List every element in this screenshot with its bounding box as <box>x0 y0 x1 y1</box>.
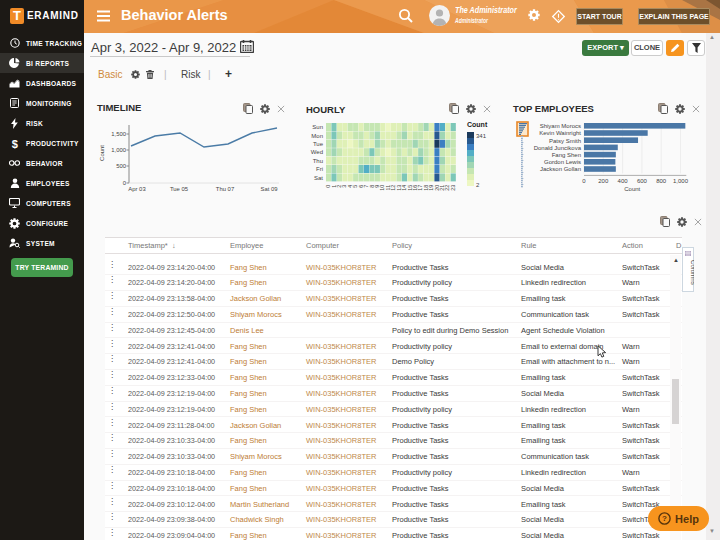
svg-text:400: 400 <box>618 178 629 184</box>
svg-text:?: ? <box>662 514 667 523</box>
svg-text:1,000: 1,000 <box>111 147 126 153</box>
svg-text:Sun: Sun <box>312 124 323 130</box>
svg-text:$: $ <box>11 138 17 149</box>
svg-text:Thu: Thu <box>313 158 323 164</box>
svg-text:2: 2 <box>476 182 480 188</box>
svg-text:Gordon Lewis: Gordon Lewis <box>544 159 581 165</box>
svg-text:Fri: Fri <box>316 166 323 172</box>
svg-text:Apr 03: Apr 03 <box>128 186 146 192</box>
svg-text:Kevin Wainright: Kevin Wainright <box>539 130 581 136</box>
svg-text:Sat: Sat <box>314 175 323 181</box>
svg-text:Sat 09: Sat 09 <box>260 186 277 192</box>
svg-text:23: 23 <box>450 185 456 191</box>
svg-text:600: 600 <box>637 178 648 184</box>
svg-text:1,500: 1,500 <box>111 131 126 137</box>
svg-text:Tue: Tue <box>313 141 324 147</box>
svg-text:200: 200 <box>598 178 609 184</box>
svg-text:Count: Count <box>624 186 640 192</box>
svg-text:500: 500 <box>116 163 127 169</box>
svg-text:Thu 07: Thu 07 <box>216 186 234 192</box>
svg-text:Shiyam Morocs: Shiyam Morocs <box>540 123 581 129</box>
svg-text:0: 0 <box>582 178 586 184</box>
svg-text:800: 800 <box>656 178 667 184</box>
svg-text:1,000: 1,000 <box>673 178 689 184</box>
svg-text:Jackson Gollan: Jackson Gollan <box>540 166 581 172</box>
svg-text:Mon: Mon <box>311 133 323 139</box>
svg-text:Wed: Wed <box>311 149 323 155</box>
svg-text:Count: Count <box>467 121 488 128</box>
svg-text:Donald Juncikova: Donald Juncikova <box>534 145 582 151</box>
svg-text:Columns: Columns <box>690 260 695 285</box>
svg-text:Fang Shen: Fang Shen <box>552 152 581 158</box>
svg-text:Count: Count <box>99 145 105 161</box>
svg-text:341: 341 <box>476 133 487 139</box>
svg-text:Tue 05: Tue 05 <box>170 186 189 192</box>
svg-text:0: 0 <box>123 180 127 186</box>
svg-text:Patsy Smith: Patsy Smith <box>549 138 581 144</box>
